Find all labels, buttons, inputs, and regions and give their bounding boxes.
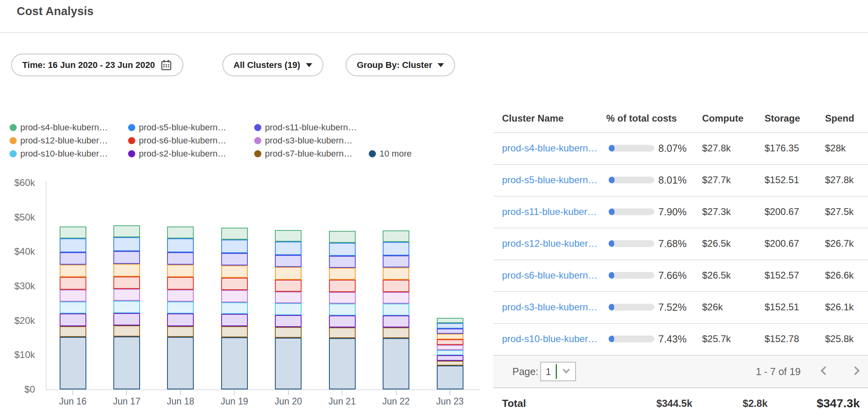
bar-segment-series-2[interactable] <box>60 252 86 265</box>
bar-segment-series-4[interactable] <box>60 277 86 289</box>
bar-segment-series-5[interactable] <box>221 290 248 302</box>
bar-segment-series-0[interactable] <box>167 226 194 238</box>
legend-item-series-0[interactable]: prod-s4-blue-kubern… <box>10 122 108 133</box>
page-select[interactable]: 1 <box>540 362 576 381</box>
cluster-name-link[interactable]: prod-s11-blue-kuber… <box>502 206 597 217</box>
bar-segment-10-more[interactable] <box>275 338 302 389</box>
legend-item-series-3[interactable]: prod-s12-blue-kuber… <box>10 135 108 146</box>
bar-segment-series-2[interactable] <box>329 256 356 268</box>
bar-segment-series-7[interactable] <box>60 314 86 326</box>
bar-segment-series-3[interactable] <box>383 267 409 280</box>
bar-segment-series-1[interactable] <box>437 323 463 329</box>
bar-segment-series-0[interactable] <box>275 230 302 242</box>
bar-segment-series-3[interactable] <box>437 334 463 339</box>
bar-segment-series-0[interactable] <box>329 231 356 242</box>
bar-segment-series-7[interactable] <box>221 314 248 326</box>
cluster-name-link[interactable]: prod-s10-blue-kuber… <box>502 333 597 344</box>
next-page-button[interactable] <box>851 366 863 377</box>
bar-segment-series-0[interactable] <box>437 318 463 323</box>
bar-segment-series-1[interactable] <box>113 237 140 252</box>
bar-segment-series-8[interactable] <box>113 325 140 337</box>
bar-segment-series-8[interactable] <box>60 326 86 337</box>
time-range-filter[interactable]: Time: 16 Jun 2020 - 23 Jun 2020 <box>11 54 183 76</box>
bar-segment-series-5[interactable] <box>113 289 140 301</box>
bar-segment-series-6[interactable] <box>167 302 194 314</box>
bar-segment-10-more[interactable] <box>221 337 248 389</box>
bar-segment-series-5[interactable] <box>437 345 463 350</box>
bar-segment-series-4[interactable] <box>437 339 463 345</box>
bar-segment-series-8[interactable] <box>437 361 463 366</box>
bar-segment-10-more[interactable] <box>437 366 463 389</box>
cluster-name-link[interactable]: prod-s3-blue-kubern… <box>502 302 597 313</box>
legend-item-series-6[interactable]: prod-s10-blue-kuber… <box>10 149 108 159</box>
bar-segment-series-7[interactable] <box>329 315 356 327</box>
bar-jun-20[interactable] <box>275 0 302 389</box>
bar-segment-series-1[interactable] <box>221 240 248 253</box>
bar-segment-series-4[interactable] <box>383 280 409 292</box>
bar-segment-series-4[interactable] <box>113 277 140 289</box>
bar-segment-series-0[interactable] <box>221 228 248 240</box>
bar-segment-series-7[interactable] <box>167 314 194 326</box>
cluster-name-link[interactable]: prod-s5-blue-kubern… <box>502 174 597 186</box>
cluster-name-link[interactable]: prod-s4-blue-kubern… <box>502 143 597 154</box>
bar-segment-series-6[interactable] <box>113 301 140 313</box>
bar-segment-series-1[interactable] <box>329 243 356 256</box>
bar-jun-16[interactable] <box>60 0 86 389</box>
bar-segment-series-8[interactable] <box>383 327 409 338</box>
bar-segment-series-6[interactable] <box>221 302 248 314</box>
bar-segment-series-2[interactable] <box>221 253 248 265</box>
bar-jun-19[interactable] <box>221 0 248 389</box>
bar-segment-series-7[interactable] <box>275 315 302 327</box>
bar-segment-series-7[interactable] <box>437 355 463 361</box>
cluster-name-link[interactable]: prod-s12-blue-kuber… <box>502 238 597 249</box>
bar-segment-series-3[interactable] <box>167 265 194 277</box>
bar-segment-series-5[interactable] <box>275 292 302 303</box>
bar-segment-series-2[interactable] <box>437 329 463 334</box>
bar-segment-series-3[interactable] <box>221 265 248 278</box>
bar-segment-10-more[interactable] <box>383 338 409 389</box>
bar-segment-series-8[interactable] <box>275 327 302 338</box>
bar-segment-series-2[interactable] <box>275 255 302 267</box>
bar-segment-series-2[interactable] <box>383 255 409 267</box>
bar-segment-series-0[interactable] <box>383 230 409 242</box>
bar-jun-22[interactable] <box>383 0 409 389</box>
cluster-name-link[interactable]: prod-s6-blue-kubern… <box>502 270 597 281</box>
bar-segment-series-8[interactable] <box>167 326 194 337</box>
bar-segment-series-6[interactable] <box>275 303 302 315</box>
bar-segment-series-3[interactable] <box>113 264 140 277</box>
bar-segment-10-more[interactable] <box>167 337 194 389</box>
previous-page-button[interactable] <box>819 366 831 377</box>
bar-segment-series-7[interactable] <box>383 315 409 327</box>
bar-segment-series-5[interactable] <box>167 290 194 302</box>
bar-segment-series-2[interactable] <box>113 251 140 263</box>
bar-segment-series-4[interactable] <box>275 280 302 292</box>
bar-segment-series-4[interactable] <box>329 280 356 292</box>
bar-segment-series-8[interactable] <box>221 326 248 337</box>
bar-segment-series-3[interactable] <box>275 267 302 279</box>
bar-segment-series-1[interactable] <box>275 242 302 255</box>
bar-segment-series-3[interactable] <box>60 265 86 277</box>
bar-segment-series-4[interactable] <box>167 277 194 289</box>
bar-segment-series-5[interactable] <box>329 292 356 304</box>
bar-segment-series-6[interactable] <box>437 350 463 355</box>
bar-segment-series-2[interactable] <box>167 252 194 265</box>
bar-jun-21[interactable] <box>329 0 356 389</box>
bar-jun-23[interactable] <box>437 0 463 389</box>
bar-jun-17[interactable] <box>113 0 140 389</box>
bar-segment-series-5[interactable] <box>60 290 86 302</box>
bar-segment-series-0[interactable] <box>113 225 140 237</box>
bar-segment-series-6[interactable] <box>60 302 86 314</box>
bar-segment-series-1[interactable] <box>167 238 194 252</box>
bar-segment-series-0[interactable] <box>60 226 86 238</box>
bar-segment-series-7[interactable] <box>113 313 140 325</box>
bar-segment-10-more[interactable] <box>329 338 356 389</box>
bar-jun-18[interactable] <box>167 0 194 389</box>
bar-segment-series-1[interactable] <box>383 242 409 255</box>
bar-segment-series-8[interactable] <box>329 327 356 338</box>
bar-segment-series-3[interactable] <box>329 268 356 280</box>
bar-segment-series-5[interactable] <box>383 292 409 304</box>
bar-segment-series-1[interactable] <box>60 238 86 252</box>
bar-segment-series-6[interactable] <box>383 304 409 315</box>
bar-segment-series-4[interactable] <box>221 278 248 290</box>
bar-segment-10-more[interactable] <box>60 337 86 389</box>
